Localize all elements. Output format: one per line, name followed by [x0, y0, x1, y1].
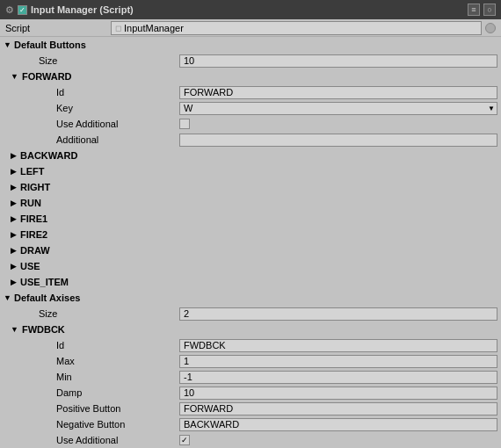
forward-use-additional-checkbox-container — [179, 119, 497, 129]
forward-additional-row: Additional — [0, 132, 501, 148]
size-label-axises: Size — [4, 308, 179, 319]
fwdbck-use-additional-row: Use Additional — [0, 432, 501, 448]
expand-arrow-default-buttons[interactable]: ▼ — [4, 40, 14, 49]
subsection-fire1[interactable]: ▶ FIRE1 — [0, 211, 501, 227]
script-label: Script — [5, 23, 111, 33]
fwdbck-positive-label: Positive Button — [4, 403, 179, 414]
forward-key-label: Key — [4, 103, 179, 113]
subsection-forward[interactable]: ▼ FORWARD — [0, 69, 501, 84]
forward-key-row: Key W ▼ — [0, 100, 501, 116]
fwdbck-min-label: Min — [4, 372, 179, 382]
window-title: Input Manager (Script) — [31, 4, 134, 15]
settings-icon[interactable]: ≡ — [468, 4, 480, 16]
fwdbck-damp-row: Damp 10 — [0, 385, 501, 401]
size-value-axises[interactable]: 2 — [179, 307, 497, 321]
expand-arrow-use[interactable]: ▶ — [11, 262, 17, 271]
fwdbck-id-label: Id — [4, 340, 179, 350]
fwdbck-positive-value[interactable]: FORWARD — [179, 402, 497, 415]
expand-arrow-fwdbck[interactable]: ▼ — [11, 325, 18, 334]
subsection-fire2[interactable]: ▶ FIRE2 — [0, 227, 501, 242]
expand-arrow-draw[interactable]: ▶ — [11, 246, 17, 255]
expand-arrow-right[interactable]: ▶ — [11, 183, 17, 191]
subsection-backward[interactable]: ▶ BACKWARD — [0, 148, 501, 163]
section-default-axises[interactable]: ▼ Default Axises — [0, 290, 501, 306]
fwdbck-damp-label: Damp — [4, 387, 179, 398]
fwdbck-negative-value[interactable]: BACKWARD — [179, 418, 497, 431]
subsection-label-right: RIGHT — [17, 182, 50, 192]
expand-arrow-left[interactable]: ▶ — [11, 167, 17, 176]
fwdbck-use-additional-label: Use Additional — [4, 435, 179, 445]
forward-use-additional-checkbox[interactable] — [179, 119, 190, 129]
section-label-default-axises: Default Axises — [14, 293, 80, 303]
forward-key-value[interactable]: W ▼ — [179, 102, 497, 115]
subsection-left[interactable]: ▶ LEFT — [0, 163, 501, 179]
subsection-fwdbck[interactable]: ▼ FWDBCK — [0, 322, 501, 337]
subsection-draw[interactable]: ▶ DRAW — [0, 242, 501, 258]
close-icon[interactable]: ○ — [483, 4, 496, 16]
fwdbck-id-value[interactable]: FWDBCK — [179, 339, 497, 352]
forward-use-additional-label: Use Additional — [4, 119, 179, 129]
fwdbck-min-value[interactable]: -1 — [179, 371, 497, 384]
expand-arrow-fire2[interactable]: ▶ — [11, 230, 17, 239]
expand-arrow-fire1[interactable]: ▶ — [11, 214, 17, 223]
header-checkbox[interactable]: ✓ — [18, 5, 27, 15]
expand-arrow-use-item[interactable]: ▶ — [11, 278, 17, 286]
subsection-label-fwdbck: FWDBCK — [18, 324, 65, 335]
fwdbck-use-additional-checkbox-container — [179, 435, 497, 445]
fwdbck-use-additional-checkbox[interactable] — [179, 435, 190, 445]
size-row-axises: Size 2 — [0, 306, 501, 322]
forward-id-label: Id — [4, 87, 179, 98]
subsection-label-run: RUN — [17, 198, 41, 208]
script-value: ◻ InputManager — [111, 21, 482, 35]
forward-additional-value[interactable] — [179, 134, 497, 147]
expand-arrow-backward[interactable]: ▶ — [11, 151, 17, 160]
gear-icon: ⚙ — [5, 4, 14, 16]
fwdbck-damp-value[interactable]: 10 — [179, 387, 497, 400]
subsection-label-forward: FORWARD — [18, 71, 72, 82]
forward-id-row: Id FORWARD — [0, 84, 501, 100]
size-value-buttons[interactable]: 10 — [179, 54, 497, 68]
script-row: Script ◻ InputManager — [0, 19, 501, 37]
expand-arrow-run[interactable]: ▶ — [11, 199, 17, 207]
fwdbck-min-row: Min -1 — [0, 369, 501, 385]
size-row-buttons: Size 10 — [0, 53, 501, 69]
fwdbck-max-value[interactable]: 1 — [179, 355, 497, 368]
expand-arrow-default-axises[interactable]: ▼ — [4, 293, 14, 302]
subsection-label-draw: DRAW — [17, 245, 50, 256]
subsection-run[interactable]: ▶ RUN — [0, 195, 501, 211]
fwdbck-negative-row: Negative Button BACKWARD — [0, 416, 501, 432]
subsection-label-backward: BACKWARD — [17, 150, 77, 161]
expand-arrow-forward[interactable]: ▼ — [11, 72, 18, 81]
subsection-use[interactable]: ▶ USE — [0, 258, 501, 274]
fwdbck-id-row: Id FWDBCK — [0, 337, 501, 353]
size-label-buttons: Size — [4, 55, 179, 66]
section-label-default-buttons: Default Buttons — [14, 40, 86, 50]
subsection-right[interactable]: ▶ RIGHT — [0, 179, 501, 195]
script-name: InputManager — [124, 23, 184, 33]
section-default-buttons[interactable]: ▼ Default Buttons — [0, 37, 501, 53]
forward-id-value[interactable]: FORWARD — [179, 86, 497, 99]
subsection-label-use: USE — [17, 261, 40, 271]
subsection-label-left: LEFT — [17, 166, 45, 177]
content-area: ▼ Default Buttons Size 10 ▼ FORWARD Id F… — [0, 37, 501, 448]
window-header: ⚙ ✓ Input Manager (Script) ≡ ○ — [0, 0, 501, 19]
fwdbck-negative-label: Negative Button — [4, 419, 179, 430]
subsection-label-fire1: FIRE1 — [17, 213, 47, 224]
script-circle — [485, 23, 496, 33]
script-icon: ◻ — [115, 24, 121, 33]
subsection-label-use-item: USE_ITEM — [17, 277, 69, 287]
subsection-use-item[interactable]: ▶ USE_ITEM — [0, 274, 501, 290]
fwdbck-positive-row: Positive Button FORWARD — [0, 401, 501, 416]
forward-use-additional-row: Use Additional — [0, 116, 501, 132]
fwdbck-max-label: Max — [4, 356, 179, 366]
fwdbck-max-row: Max 1 — [0, 353, 501, 369]
key-dropdown-arrow: ▼ — [488, 105, 495, 112]
subsection-label-fire2: FIRE2 — [17, 229, 47, 240]
forward-additional-label: Additional — [4, 134, 179, 145]
